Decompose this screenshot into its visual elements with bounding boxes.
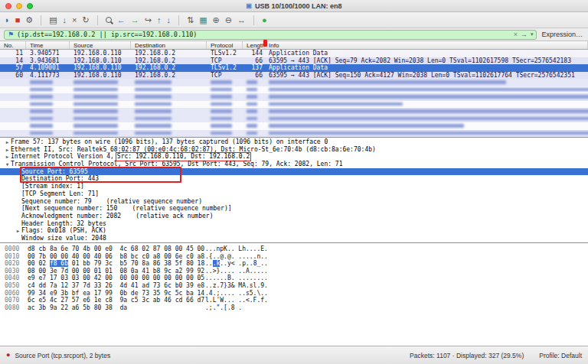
blurred-packet-row[interactable] xyxy=(0,108,588,115)
open-capture-icon[interactable]: ▤ xyxy=(49,16,57,24)
blurred-packet-row[interactable] xyxy=(0,93,588,101)
close-capture-icon[interactable]: × xyxy=(72,16,77,24)
selected-ascii: .k xyxy=(213,260,220,267)
blurred-packet-row[interactable] xyxy=(0,79,588,86)
filter-bookmark-icon[interactable]: ⚑ xyxy=(8,31,14,38)
column-header-info[interactable]: Info xyxy=(265,41,588,49)
column-header-length[interactable]: Length xyxy=(243,41,265,49)
packet-destination: 192.168.0.2 xyxy=(131,72,207,80)
auto-scroll-icon[interactable]: ⇅ xyxy=(187,16,194,24)
expand-arrow-icon[interactable]: ▶ xyxy=(15,227,21,235)
colorize-packets-icon[interactable]: ▦ xyxy=(199,16,207,24)
detail-row-window-size[interactable]: Window size value: 2048 xyxy=(0,235,588,242)
save-capture-icon[interactable]: ↓ xyxy=(63,16,67,24)
toolbar-separator xyxy=(178,15,179,25)
expand-arrow-icon[interactable]: ▶ xyxy=(4,146,11,154)
packet-list-header: No. Time Source Destination Protocol Len… xyxy=(0,41,588,50)
start-capture-icon[interactable]: ◗ xyxy=(5,16,10,24)
filter-apply-icon[interactable]: → xyxy=(521,31,528,38)
go-last-packet-icon[interactable]: ↓ xyxy=(166,16,171,24)
detail-row-segment-len[interactable]: [TCP Segment Len: 71] xyxy=(0,190,588,198)
hex-row[interactable]: 00706c e5 4c 27 57 e6 1e c8 9a c5 3c ab … xyxy=(5,297,588,304)
packet-source: 192.168.0.110 xyxy=(70,64,131,72)
packet-info: Application Data xyxy=(265,64,588,72)
traffic-lights xyxy=(5,3,33,9)
packet-length: 144 xyxy=(243,50,265,57)
collapse-arrow-icon[interactable]: ▼ xyxy=(4,161,11,168)
hex-row[interactable]: 0000d8 cb 8a 6e 70 4b 00 e0 4c 68 02 87 … xyxy=(5,245,588,253)
hex-row[interactable]: 006099 34 e9 3b bf ea 17 99 0b de 73 35 … xyxy=(5,290,588,297)
interface-icon: ▣ xyxy=(246,2,252,9)
hex-row[interactable]: 003008 00 3e 7d 00 00 01 01 08 0a 41 b8 … xyxy=(5,268,588,275)
blurred-packet-row[interactable] xyxy=(0,86,588,94)
close-window-button[interactable] xyxy=(5,3,11,9)
hex-row[interactable]: 0040e9 e7 17 03 03 00 42 00 00 00 00 00 … xyxy=(5,275,588,282)
blurred-packet-row[interactable] xyxy=(0,101,588,109)
wireshark-window: ▣ USB 10/100/1000 LAN: en8 ◗ ■ ⚙ ▤ ↓ × ↻… xyxy=(0,0,588,364)
toolbar-separator xyxy=(41,15,41,25)
packet-row[interactable]: 60 4.111773 192.168.0.110 192.168.0.2 TC… xyxy=(0,72,588,80)
blurred-packet-row[interactable] xyxy=(0,115,588,123)
packet-row-selected[interactable]: 57 4.109001 192.168.0.110 192.168.0.2 TL… xyxy=(0,64,588,72)
packet-protocol: TCP xyxy=(207,57,243,65)
detail-row-tcp[interactable]: ▼Transmission Control Protocol, Src Port… xyxy=(0,161,588,168)
stop-capture-icon[interactable]: ■ xyxy=(15,16,21,24)
resize-columns-icon[interactable]: ↔ xyxy=(237,16,246,24)
expand-arrow-icon[interactable]: ▶ xyxy=(4,153,11,161)
find-packet-icon[interactable] xyxy=(106,17,112,23)
detail-row-ack-number[interactable]: Acknowledgment number: 2082 (relative ac… xyxy=(0,213,588,220)
packet-info: Application Data xyxy=(265,50,588,57)
zoom-in-icon[interactable]: ⊕ xyxy=(213,16,220,24)
zoom-window-button[interactable] xyxy=(27,3,33,9)
toolbar-separator xyxy=(253,15,254,25)
detail-row-ethernet[interactable]: ▶Ethernet II, Src: RealtekS_68:02:87 (00… xyxy=(0,146,588,154)
annotation-marker xyxy=(263,40,267,47)
blurred-packet-row[interactable] xyxy=(0,122,588,130)
go-to-packet-icon[interactable]: ↪ xyxy=(145,16,152,24)
go-first-packet-icon[interactable]: ↑ xyxy=(157,16,162,24)
hex-row[interactable]: 0080ac 3b 9a 22 a6 5b 80 38 da.;.".[.8 . xyxy=(5,304,588,312)
detail-row-flags[interactable]: ▶Flags: 0x018 (PSH, ACK) xyxy=(0,227,588,235)
column-header-time[interactable]: Time xyxy=(26,41,70,49)
hex-row[interactable]: 0050c4 dd 7a 12 37 7d 33 26 4d 41 ad 73 … xyxy=(5,282,588,290)
filter-dropdown-icon[interactable]: ▾ xyxy=(531,31,534,37)
column-header-no[interactable]: No. xyxy=(0,41,26,49)
packet-row[interactable]: 11 3.940571 192.168.0.110 192.168.0.2 TL… xyxy=(0,50,588,57)
packet-time: 3.940571 xyxy=(26,50,70,57)
reload-capture-icon[interactable]: ↻ xyxy=(83,16,90,24)
column-header-protocol[interactable]: Protocol xyxy=(207,41,243,49)
toolbar-separator xyxy=(97,15,98,25)
display-filter-value[interactable]: (ip.dst==192.168.0.2 || ip.src==192.168.… xyxy=(17,31,511,38)
go-forward-icon[interactable]: → xyxy=(131,16,139,24)
packet-details-pane: ▶Frame 57: 137 bytes on wire (1096 bits)… xyxy=(0,137,588,242)
detail-row-source-port[interactable]: Source Port: 63595 xyxy=(0,168,588,176)
hex-row-highlighted[interactable]: 002000 02 f8 6b 01 bb 79 3c b5 70 8a 86 … xyxy=(5,260,588,268)
column-header-source[interactable]: Source xyxy=(70,41,131,49)
filter-clear-icon[interactable]: × xyxy=(514,31,518,38)
go-back-icon[interactable]: ← xyxy=(117,16,126,24)
packet-time: 3.943681 xyxy=(26,57,70,65)
detail-row-frame[interactable]: ▶Frame 57: 137 bytes on wire (1096 bits)… xyxy=(0,138,588,146)
status-profile[interactable]: Profile: Default xyxy=(539,352,582,359)
packet-info: 63595 → 443 [ACK] Seq=79 Ack=2082 Win=20… xyxy=(265,57,588,65)
packet-source: 192.168.0.110 xyxy=(70,50,131,57)
expert-info-icon[interactable]: ● xyxy=(6,352,10,359)
detail-row-ip[interactable]: ▶Internet Protocol Version 4,Src: 192.16… xyxy=(0,153,588,161)
detail-row-stream-index[interactable]: [Stream index: 1] xyxy=(0,183,588,190)
expression-button[interactable]: Expression… xyxy=(541,31,584,38)
packet-row[interactable]: 14 3.943681 192.168.0.110 192.168.0.2 TC… xyxy=(0,57,588,65)
hex-row[interactable]: 001000 7b 00 00 40 00 40 06 b8 bc c0 a8 … xyxy=(5,253,588,261)
column-header-destination[interactable]: Destination xyxy=(131,41,207,49)
minimize-window-button[interactable] xyxy=(16,3,22,9)
packet-time: 4.111773 xyxy=(26,72,70,80)
expand-arrow-icon[interactable]: ▶ xyxy=(4,138,11,146)
blurred-packet-row[interactable] xyxy=(0,130,588,138)
capture-options-icon[interactable]: ⚙ xyxy=(25,16,33,24)
detail-row-header-length[interactable]: Header Length: 32 bytes xyxy=(0,220,588,228)
detail-row-sequence-number[interactable]: Sequence number: 79 (relative sequence n… xyxy=(0,198,588,206)
zoom-out-icon[interactable]: ⊖ xyxy=(225,16,232,24)
packet-destination: 192.168.0.2 xyxy=(131,57,207,65)
display-filter-input[interactable]: ⚑ (ip.dst==192.168.0.2 || ip.src==192.16… xyxy=(4,30,537,40)
detail-row-destination-port[interactable]: Destination Port: 443 xyxy=(0,175,588,183)
detail-row-next-sequence[interactable]: [Next sequence number: 150 (relative seq… xyxy=(0,205,588,213)
